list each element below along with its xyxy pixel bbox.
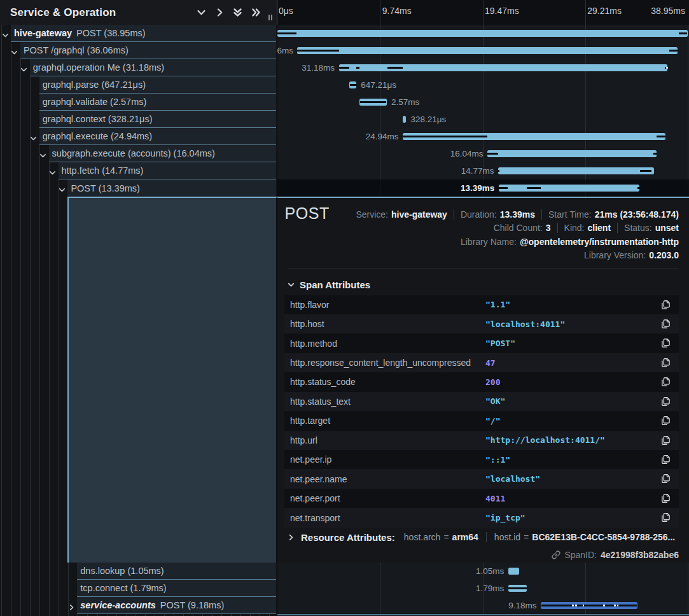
copy-icon[interactable] bbox=[661, 338, 671, 348]
span-expand-chevron[interactable] bbox=[59, 185, 66, 192]
chevron-right-icon[interactable] bbox=[288, 534, 295, 541]
detail-overview-item: Kind:client bbox=[564, 223, 611, 233]
span-marker-tick bbox=[617, 605, 619, 606]
span-name-content[interactable]: graphql.parse (647.21μs) bbox=[39, 76, 276, 94]
span-expand-chevron[interactable] bbox=[20, 64, 27, 71]
span-name-content[interactable]: dns.lookup (1.05ms) bbox=[77, 563, 276, 580]
span-bar[interactable] bbox=[297, 47, 677, 54]
span-attributes-toggle[interactable]: Span Attributes bbox=[288, 279, 370, 290]
span-name-content[interactable]: POST /graphql (36.06ms) bbox=[20, 42, 276, 59]
span-timeline-cell[interactable]: 328.21μs bbox=[277, 111, 689, 128]
span-name-cell: graphql.context (328.21μs) bbox=[0, 111, 277, 128]
span-name-content[interactable]: graphql.operation Me (31.18ms) bbox=[30, 59, 276, 76]
span-name-content[interactable]: graphql.validate (2.57ms) bbox=[39, 94, 276, 111]
copy-icon[interactable] bbox=[661, 396, 671, 407]
span-expand-chevron[interactable] bbox=[2, 30, 9, 37]
copy-icon[interactable] bbox=[661, 300, 671, 310]
span-name-content[interactable]: http.fetch (14.77ms) bbox=[59, 162, 277, 179]
service-operation-title: Service & Operation bbox=[10, 6, 116, 19]
span-marker-tick bbox=[575, 605, 577, 606]
copy-icon[interactable] bbox=[661, 493, 671, 503]
copy-icon[interactable] bbox=[661, 473, 671, 484]
overview-item-value: 3 bbox=[546, 223, 551, 233]
ruler-label: 29.21ms bbox=[587, 6, 622, 16]
copy-icon[interactable] bbox=[661, 377, 671, 387]
span-name-content[interactable]: service-accounts POST (9.18ms) bbox=[77, 597, 276, 614]
span-timeline-cell[interactable]: 16.04ms bbox=[277, 145, 689, 162]
resource-value: arm64 bbox=[452, 532, 478, 542]
overview-item-label: Library Name: bbox=[461, 237, 517, 247]
span-row: graphql.context (328.21μs) 328.21μs bbox=[0, 111, 689, 128]
collapse-all-icon[interactable] bbox=[251, 8, 261, 18]
span-operation-name: subgraph.execute (accounts) (16.04ms) bbox=[52, 148, 215, 158]
span-timeline-cell[interactable]: 38.95ms bbox=[277, 25, 689, 42]
overview-item-label: Duration: bbox=[461, 209, 497, 220]
resource-attributes-title[interactable]: Resource Attributes: bbox=[301, 532, 395, 543]
span-name-content[interactable]: subgraph.execute (accounts) (16.04ms) bbox=[49, 145, 276, 162]
span-bar[interactable] bbox=[499, 185, 640, 192]
copy-icon[interactable] bbox=[661, 454, 671, 465]
span-timeline-cell[interactable]: 9.18ms bbox=[277, 597, 689, 614]
span-timeline-cell[interactable]: 13.39ms bbox=[277, 179, 689, 197]
span-timeline-cell[interactable]: 24.94ms bbox=[277, 128, 689, 145]
expand-all-icon[interactable] bbox=[233, 8, 243, 18]
span-name-content[interactable]: graphql.execute (24.94ms) bbox=[39, 128, 276, 145]
overview-item-label: Service: bbox=[356, 209, 388, 220]
detail-overview: Service:hive-gatewayDuration:13.39msStar… bbox=[356, 207, 679, 262]
detail-overview-item: Child Count:3 bbox=[494, 223, 551, 233]
span-timeline-cell[interactable]: 31.18ms bbox=[277, 59, 689, 76]
critical-path-segment bbox=[657, 136, 665, 137]
span-operation-name: POST (13.39ms) bbox=[71, 183, 140, 193]
attribute-key: http.host bbox=[284, 319, 485, 329]
overview-item-value: hive-gateway bbox=[391, 209, 447, 220]
span-name-content[interactable]: tcp.connect (1.79ms) bbox=[77, 580, 276, 597]
span-timeline-cell[interactable]: 1.05ms bbox=[277, 563, 689, 580]
span-name-content[interactable]: POST (13.39ms) bbox=[67, 179, 276, 197]
span-timeline-cell[interactable]: 647.21μs bbox=[277, 76, 689, 94]
span-timeline-cell[interactable]: 36.06ms bbox=[277, 42, 689, 59]
collapse-one-level-icon[interactable] bbox=[214, 8, 225, 18]
attribute-value: 4011 bbox=[485, 494, 505, 503]
span-duration-label: 13.39ms bbox=[461, 183, 494, 193]
attribute-key: http.flavor bbox=[284, 300, 485, 310]
span-detail-left-block[interactable] bbox=[67, 197, 277, 563]
span-name-content[interactable]: graphql.context (328.21μs) bbox=[39, 111, 276, 128]
span-duration-label: 31.18ms bbox=[302, 63, 335, 73]
span-bar[interactable] bbox=[277, 30, 688, 37]
copy-icon[interactable] bbox=[661, 358, 671, 368]
copy-icon[interactable] bbox=[661, 512, 671, 522]
detail-overview-line: Library Version:0.203.0 bbox=[356, 249, 679, 263]
copy-icon[interactable] bbox=[661, 319, 671, 329]
span-name-content[interactable]: hive-gateway POST (38.95ms) bbox=[11, 25, 276, 42]
attribute-row: http.host"localhost:4011" bbox=[284, 314, 679, 333]
span-expand-chevron[interactable] bbox=[11, 47, 18, 54]
span-name-cell: dns.lookup (1.05ms) bbox=[0, 563, 277, 580]
span-name-cell: service-accounts POST (9.18ms) bbox=[0, 597, 277, 614]
span-timeline-cell[interactable]: 14.77ms bbox=[277, 162, 689, 179]
span-track: 647.21μs bbox=[277, 76, 688, 94]
detail-overview-item: Library Version:0.203.0 bbox=[584, 250, 679, 260]
copy-icon[interactable] bbox=[661, 435, 671, 445]
span-timeline-cell[interactable]: 1.79ms bbox=[277, 580, 689, 597]
span-id-label: SpanID: bbox=[564, 550, 597, 560]
span-bar[interactable] bbox=[498, 167, 654, 174]
span-expand-chevron[interactable] bbox=[68, 602, 75, 609]
ruler-tick bbox=[483, 0, 484, 25]
span-expand-chevron[interactable] bbox=[49, 167, 56, 174]
span-expand-chevron[interactable] bbox=[39, 150, 46, 157]
span-bar[interactable] bbox=[508, 568, 519, 575]
link-icon[interactable] bbox=[552, 550, 560, 559]
span-row: subgraph.execute (accounts) (16.04ms) 16… bbox=[0, 145, 689, 162]
detail-overview-line: Service:hive-gatewayDuration:13.39msStar… bbox=[356, 207, 679, 221]
expand-one-level-icon[interactable] bbox=[197, 8, 207, 18]
attribute-key: net.transport bbox=[284, 513, 485, 523]
span-timeline-cell[interactable]: 2.57ms bbox=[277, 94, 689, 111]
copy-icon[interactable] bbox=[661, 416, 671, 426]
span-expand-chevron[interactable] bbox=[30, 133, 37, 140]
span-operation-name: POST (9.18ms) bbox=[160, 600, 224, 610]
column-resizer-grip[interactable] bbox=[268, 15, 272, 20]
span-operation-name: graphql.validate (2.57ms) bbox=[43, 97, 147, 107]
span-bar[interactable] bbox=[487, 150, 657, 157]
span-bar[interactable] bbox=[403, 116, 406, 123]
span-track: 1.05ms bbox=[277, 563, 688, 580]
